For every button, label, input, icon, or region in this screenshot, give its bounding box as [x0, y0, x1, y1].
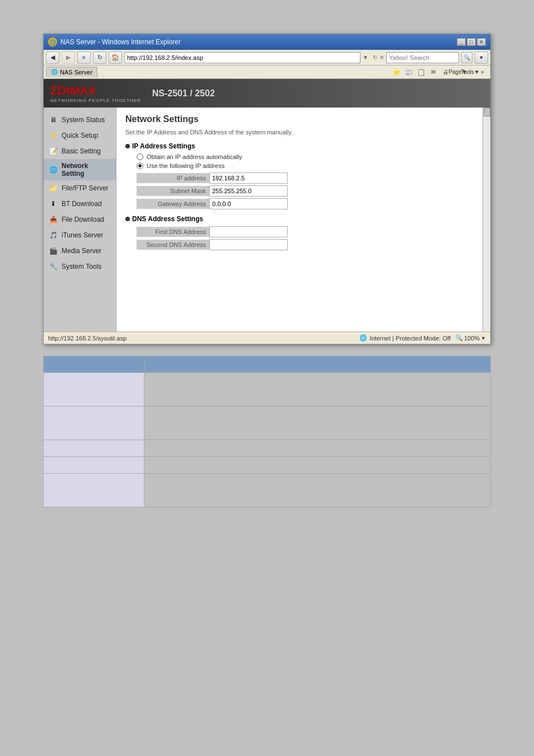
zoom-dropdown[interactable]: ▼: [481, 335, 486, 341]
network-setting-icon: 🌐: [48, 165, 58, 175]
table-cell-feature-4: [44, 457, 144, 474]
radio-manual-input[interactable]: [137, 162, 143, 169]
table-row-4: [44, 457, 491, 474]
table-cell-desc-4: [144, 457, 491, 474]
sidebar-item-basic-setting[interactable]: 📝 Basic Setting: [44, 143, 116, 159]
title-bar-buttons: _ □ ✕: [457, 38, 486, 46]
logo-sigma: Σ: [50, 83, 58, 98]
subnet-mask-row: Subnet Mask: [137, 185, 481, 197]
sidebar-item-system-tools[interactable]: 🔧 System Tools: [44, 259, 116, 274]
sidebar-label-media-server: Media Server: [62, 247, 101, 255]
title-bar-left: 🌐 NAS Server - Windows Internet Explorer: [48, 38, 181, 46]
sidebar: 🖥 System Status ⚡ Quick Setup 📝 Basic Se…: [44, 108, 116, 332]
ip-section-title: IP Address Settings: [125, 142, 481, 150]
dns2-input[interactable]: [209, 239, 288, 250]
sidebar-item-file-ftp-server[interactable]: 📁 File/FTP Server: [44, 180, 116, 196]
zone-label: Internet | Protected Mode: Off: [369, 335, 451, 342]
tools-dropdown[interactable]: Tools▼: [465, 67, 476, 78]
address-input[interactable]: [124, 52, 360, 63]
table-cell-desc-2: [144, 407, 491, 440]
table-row-3: [44, 440, 491, 457]
table-cell-desc-1: [144, 373, 491, 407]
media-server-icon: 🎬: [48, 246, 58, 256]
dns1-row: First DNS Address: [137, 226, 481, 237]
search-button[interactable]: 🔍: [461, 52, 472, 63]
history-icon[interactable]: 📋: [415, 67, 427, 78]
table-header-feature: [44, 356, 144, 373]
minimize-button[interactable]: _: [457, 38, 466, 46]
sidebar-label-bt-download: BT Download: [62, 200, 102, 208]
table-header-desc: [144, 356, 491, 373]
sidebar-label-file-download: File Download: [62, 216, 104, 223]
quick-setup-icon: ⚡: [48, 130, 58, 141]
radio-auto-label: Obtain an IP address automatically: [147, 153, 242, 160]
sidebar-label-quick-setup: Quick Setup: [62, 132, 98, 139]
sidebar-label-itunes-server: iTunes Server: [62, 231, 103, 239]
tab-icons: ⭐ 📰 📋 ✉ 🖨 Page▼ Tools▼ »: [391, 67, 488, 78]
table-cell-feature-3: [44, 440, 144, 457]
window-title: NAS Server - Windows Internet Explorer: [60, 38, 181, 46]
home-button[interactable]: 🏠: [109, 52, 122, 64]
close-button[interactable]: ✕: [477, 38, 486, 46]
subnet-mask-input[interactable]: [209, 185, 288, 197]
bullet-dns: [125, 217, 130, 221]
scroll-thumb[interactable]: [484, 108, 490, 116]
browser-icon: 🌐: [48, 38, 57, 46]
radio-auto-input[interactable]: [137, 153, 143, 160]
tab-bar: 🌐 NAS Server ⭐ 📰 📋 ✉ 🖨 Page▼ Tools▼ »: [44, 66, 490, 79]
basic-setting-icon: 📝: [48, 146, 58, 156]
back-button[interactable]: ◀: [46, 52, 59, 64]
model-name: NS-2501 / 2502: [152, 88, 215, 99]
refresh-button[interactable]: ↻: [93, 52, 106, 64]
table-cell-feature-5: [44, 474, 144, 507]
radio-manual[interactable]: Use the following IP address: [137, 162, 481, 169]
browser-tab[interactable]: 🌐 NAS Server: [46, 67, 97, 78]
feeds-icon[interactable]: 📰: [403, 67, 414, 78]
dns1-input[interactable]: [209, 226, 288, 237]
radio-manual-label: Use the following IP address: [147, 162, 224, 169]
scrollbar[interactable]: [483, 108, 490, 332]
sidebar-item-bt-download[interactable]: ⬇ BT Download: [44, 196, 116, 212]
bt-download-icon: ⬇: [48, 199, 58, 209]
status-url: http://192.168.2.5/sysutil.asp: [48, 335, 127, 342]
settings-dropdown[interactable]: ▼: [475, 52, 488, 64]
refresh-live: ↻: [373, 54, 377, 60]
dropdown-arrow[interactable]: ▼: [363, 54, 368, 60]
address-bar: ◀ ▶ ✕ ↻ 🏠 ▼ ↻ ✕ 🔍 ▼: [44, 50, 490, 66]
dns2-label: Second DNS Address: [137, 240, 209, 250]
zoom-value: 100%: [464, 335, 480, 342]
gateway-input[interactable]: [209, 198, 288, 209]
sidebar-item-itunes-server[interactable]: 🎵 iTunes Server: [44, 227, 116, 243]
dns-section-title: DNS Address Settings: [125, 215, 481, 223]
ip-address-label: IP address: [137, 173, 209, 183]
stop-button[interactable]: ✕: [77, 52, 91, 64]
zoom-level[interactable]: 🔍 100% ▼: [455, 334, 486, 342]
search-input[interactable]: [386, 52, 459, 63]
forward-button[interactable]: ▶: [62, 52, 75, 64]
sidebar-item-system-status[interactable]: 🖥 System Status: [44, 112, 116, 128]
sidebar-item-quick-setup[interactable]: ⚡ Quick Setup: [44, 128, 116, 143]
ip-address-row: IP address: [137, 172, 481, 184]
zoom-icon: 🔍: [455, 334, 463, 342]
table-cell-desc-3: [144, 440, 491, 457]
bullet-ip: [125, 144, 130, 148]
sidebar-item-network-setting[interactable]: 🌐 Network Setting: [44, 159, 116, 180]
dns-form: First DNS Address Second DNS Address: [137, 226, 481, 250]
browser-window: 🌐 NAS Server - Windows Internet Explorer…: [43, 34, 491, 344]
ip-address-input[interactable]: [209, 172, 288, 184]
favorites-icon[interactable]: ⭐: [391, 67, 402, 78]
tab-label: NAS Server: [60, 69, 92, 76]
restore-button[interactable]: □: [467, 38, 476, 46]
extend-icon[interactable]: »: [477, 67, 488, 78]
table-header-row: [44, 356, 491, 373]
logo-name: DIMAX: [58, 85, 96, 97]
system-status-icon: 🖥: [48, 115, 58, 125]
info-table: [43, 356, 491, 507]
sidebar-item-file-download[interactable]: 📥 File Download: [44, 212, 116, 227]
sidebar-item-media-server[interactable]: 🎬 Media Server: [44, 243, 116, 259]
mail-icon[interactable]: ✉: [428, 67, 439, 78]
radio-auto[interactable]: Obtain an IP address automatically: [137, 153, 481, 160]
sidebar-label-file-ftp-server: File/FTP Server: [62, 184, 109, 192]
file-download-icon: 📥: [48, 214, 58, 225]
page-title: Network Settings: [125, 114, 481, 124]
